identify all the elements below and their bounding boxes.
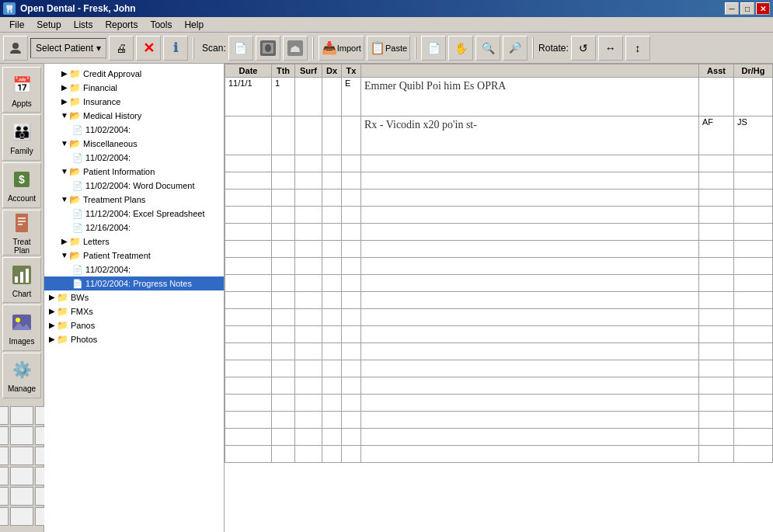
patient-icon-btn[interactable] — [3, 36, 28, 61]
minimize-button[interactable]: ─ — [725, 2, 739, 15]
menu-setup[interactable]: Setup — [30, 18, 67, 32]
tree-item-treatment-2[interactable]: 📄 12/16/2004: — [44, 221, 224, 235]
expand-patient-info[interactable]: ▼ — [60, 165, 69, 178]
thumb-14[interactable] — [10, 487, 33, 506]
menu-lists[interactable]: Lists — [68, 18, 99, 32]
tree-item-financial[interactable]: ▶ 📁 Financial — [44, 81, 224, 95]
tree-item-panos[interactable]: ▶ 📁 Panos — [44, 318, 224, 332]
expand-patient-treatment[interactable]: ▼ — [60, 249, 69, 262]
col-notes — [361, 64, 699, 78]
svg-point-3 — [265, 44, 271, 52]
scan-doc-btn[interactable]: 📄 — [228, 36, 253, 61]
menu-file[interactable]: File — [3, 18, 30, 32]
thumb-13[interactable] — [0, 487, 9, 506]
tree-item-bws[interactable]: ▶ 📁 BWs — [44, 290, 224, 304]
tree-item-medical-1[interactable]: 📄 11/02/2004: — [44, 123, 224, 137]
expand-financial[interactable]: ▶ — [60, 82, 69, 94]
cell-dx-2 — [322, 116, 342, 155]
tree-item-credit-approval[interactable]: ▶ 📁 Credit Approval — [44, 67, 224, 81]
expand-treatment[interactable]: ▼ — [60, 193, 69, 206]
cell-drhg-1 — [734, 78, 773, 116]
table-row — [225, 190, 773, 207]
thumb-4[interactable] — [0, 426, 9, 445]
nav-account[interactable]: $ Account — [2, 162, 41, 208]
nav-manage[interactable]: ⚙️ Manage — [2, 353, 41, 398]
info-btn[interactable]: ℹ — [163, 36, 188, 61]
tree-item-insurance[interactable]: ▶ 📁 Insurance — [44, 95, 224, 109]
expand-panos[interactable]: ▶ — [47, 319, 57, 332]
delete-btn[interactable]: ✕ — [136, 36, 161, 61]
thumb-8[interactable] — [10, 447, 33, 465]
tree-item-patient-info[interactable]: ▼ 📂 Patient Information — [44, 165, 224, 179]
tree-item-miscellaneous[interactable]: ▼ 📂 Miscellaneous — [44, 137, 224, 151]
thumb-1[interactable] — [0, 406, 9, 425]
rotate-left-btn[interactable]: ↺ — [571, 36, 596, 61]
cell-dx-1 — [322, 78, 342, 116]
folder-icon-treatment: 📂 — [69, 193, 81, 206]
select-patient-dropdown[interactable]: Select Patient ▾ — [30, 38, 106, 58]
expand-insurance[interactable]: ▶ — [60, 96, 69, 108]
thumb-7[interactable] — [0, 447, 9, 465]
zoom-out-btn[interactable]: 🔎 — [503, 36, 528, 61]
thumb-5[interactable] — [10, 426, 33, 445]
doc-icon-treatment-1: 📄 — [72, 207, 83, 220]
expand-medical[interactable]: ▼ — [60, 110, 69, 122]
doc-icon-misc-1: 📄 — [72, 151, 83, 164]
tree-item-photos[interactable]: ▶ 📁 Photos — [44, 332, 224, 346]
pan-btn[interactable]: ✋ — [448, 36, 473, 61]
tree-item-letters[interactable]: ▶ 📁 Letters — [44, 235, 224, 249]
nav-family[interactable]: 👪 Family — [2, 114, 41, 160]
scan-xray-btn[interactable] — [256, 36, 280, 61]
print-btn[interactable]: 🖨 — [109, 36, 134, 61]
thumb-11[interactable] — [10, 467, 33, 485]
nav-images[interactable]: Images — [2, 304, 41, 350]
zoom-in-btn[interactable]: 🔍 — [475, 36, 500, 61]
folder-icon-financial: 📁 — [69, 82, 81, 94]
folder-icon-bws: 📁 — [57, 291, 68, 304]
tree-item-patient-treatment[interactable]: ▼ 📂 Patient Treatment — [44, 249, 224, 263]
menu-help[interactable]: Help — [178, 18, 210, 32]
maximize-button[interactable]: □ — [740, 2, 754, 15]
expand-bws[interactable]: ▶ — [47, 291, 57, 304]
nav-chart[interactable]: Chart — [2, 257, 41, 303]
tree-item-misc-1[interactable]: 📄 11/02/2004: — [44, 151, 224, 165]
svg-rect-12 — [15, 276, 18, 283]
tree-item-patient-info-1[interactable]: 📄 11/02/2004: Word Document — [44, 179, 224, 193]
tree-item-medical-history[interactable]: ▼ 📂 Medical History — [44, 109, 224, 123]
menu-tools[interactable]: Tools — [144, 18, 178, 32]
tree-item-patient-treatment-2[interactable]: 📄 11/02/2004: Progress Notes — [44, 276, 224, 290]
menu-reports[interactable]: Reports — [99, 18, 144, 32]
dropdown-arrow-icon: ▾ — [96, 43, 101, 54]
tree-item-treatment-plans[interactable]: ▼ 📂 Treatment Plans — [44, 193, 224, 207]
close-button[interactable]: ✕ — [756, 2, 770, 15]
expand-letters[interactable]: ▶ — [60, 235, 69, 248]
cell-note-1: Emmer Quibl Poi him Es OPRA — [361, 78, 699, 116]
tree-label-letters: Letters — [83, 235, 110, 248]
doc-icon-pt-2: 📄 — [72, 277, 83, 290]
rotate-flip-h-btn[interactable]: ↔ — [598, 36, 623, 61]
thumb-16[interactable] — [0, 507, 9, 526]
tree-item-fmxs[interactable]: ▶ 📁 FMXs — [44, 304, 224, 318]
select-patient-label: Select Patient — [36, 43, 93, 54]
thumb-17[interactable] — [10, 507, 33, 526]
tree-item-patient-treatment-1[interactable]: 📄 11/02/2004: — [44, 263, 224, 276]
rotate-flip-v-btn[interactable]: ↕ — [625, 36, 650, 61]
view-btn[interactable]: 📄 — [421, 36, 446, 61]
expand-credit[interactable]: ▶ — [60, 68, 69, 80]
expand-fmxs[interactable]: ▶ — [47, 305, 57, 318]
thumb-2[interactable] — [10, 406, 33, 425]
thumb-10[interactable] — [0, 467, 9, 485]
expand-misc[interactable]: ▼ — [60, 137, 69, 150]
expand-photos[interactable]: ▶ — [47, 333, 57, 346]
nav-treat-plan[interactable]: Treat Plan — [2, 210, 41, 256]
tree-item-treatment-1[interactable]: 📄 11/12/2004: Excel Spreadsheet — [44, 207, 224, 221]
nav-appts[interactable]: 📅 Appts — [2, 67, 41, 113]
doc-icon-medical-1: 📄 — [72, 123, 83, 136]
folder-icon-letters: 📁 — [69, 235, 81, 248]
folder-icon-medical: 📂 — [69, 110, 81, 122]
app-icon: 🦷 — [3, 2, 16, 15]
nav-appts-label: Appts — [12, 99, 32, 108]
paste-btn[interactable]: 📋 Paste — [367, 36, 410, 61]
import-btn[interactable]: 📥 Import — [319, 36, 364, 61]
scan-teeth-btn[interactable] — [283, 36, 308, 61]
